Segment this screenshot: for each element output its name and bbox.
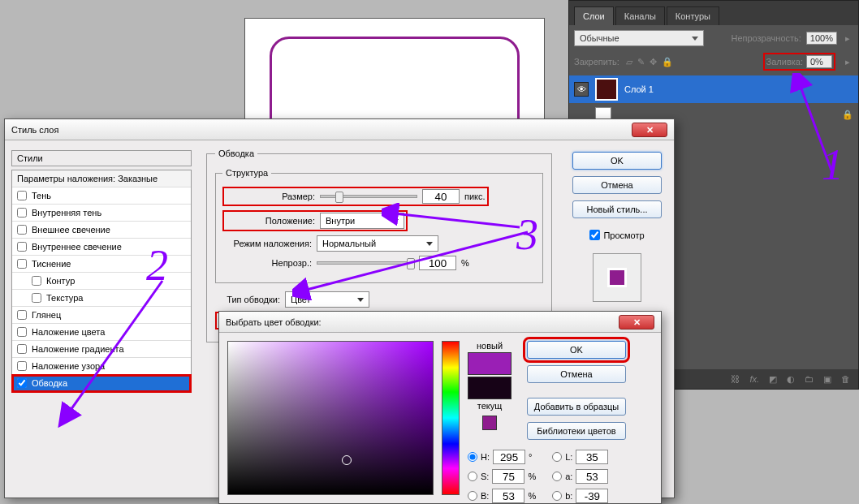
fill-value[interactable]: 0% — [806, 55, 832, 68]
layer-mask-icon[interactable]: ◩ — [769, 374, 777, 385]
checkbox[interactable] — [17, 327, 27, 337]
hue-slider[interactable] — [442, 341, 460, 495]
h-radio[interactable] — [468, 452, 477, 462]
cancel-button[interactable]: Отмена — [572, 176, 662, 194]
structure-fieldset: Структура Размер: пикс. Положение: — [215, 168, 543, 283]
b-radio[interactable] — [468, 491, 477, 501]
ok-button[interactable]: OK — [527, 341, 626, 359]
effect-color-overlay[interactable]: Наложение цвета — [12, 324, 191, 341]
slider-handle-icon[interactable] — [407, 258, 415, 269]
effect-label: Текстура — [46, 293, 83, 303]
checkbox[interactable] — [17, 191, 27, 200]
layer-row-selected[interactable]: 👁 Слой 1 — [569, 75, 858, 103]
l-input[interactable] — [576, 450, 608, 464]
effect-satin[interactable]: Глянец — [12, 307, 191, 324]
stroke-opacity-slider[interactable] — [317, 261, 414, 265]
lock-icon: 🔒 — [842, 110, 853, 120]
new-style-button[interactable]: Новый стиль... — [572, 200, 662, 218]
h-input[interactable] — [493, 450, 525, 464]
h-field-row: H:° — [468, 450, 536, 464]
color-libs-button[interactable]: Библиотеки цветов — [527, 422, 626, 440]
preview-swatch-icon — [610, 270, 624, 285]
ok-button[interactable]: OK — [572, 152, 662, 170]
b-input[interactable] — [492, 489, 524, 503]
effect-texture[interactable]: Текстура — [12, 290, 191, 307]
a-radio[interactable] — [552, 472, 562, 481]
stroke-opacity-unit: % — [461, 258, 469, 268]
blend-label: Режим наложения: — [222, 239, 312, 248]
preview-checkbox-group[interactable]: Просмотр — [589, 230, 644, 240]
stroke-type-dropdown[interactable]: Цвет — [285, 291, 369, 308]
stroke-type-value: Цвет — [291, 295, 311, 304]
lock-position-icon[interactable]: ✥ — [650, 57, 657, 67]
layer-style-titlebar[interactable]: Стиль слоя ✕ — [5, 119, 674, 140]
group-icon[interactable]: 🗀 — [805, 374, 814, 384]
current-color-swatch[interactable] — [468, 377, 512, 399]
lab-b-input[interactable] — [576, 489, 608, 503]
checkbox[interactable] — [17, 225, 27, 235]
checkbox[interactable] — [32, 276, 41, 286]
close-button[interactable]: ✕ — [619, 315, 654, 330]
lock-pixels-icon[interactable]: ✎ — [637, 57, 645, 67]
s-input[interactable] — [492, 469, 524, 484]
checkbox[interactable] — [17, 344, 27, 354]
layer-visibility-icon[interactable]: 👁 — [574, 82, 589, 97]
opacity-value[interactable]: 100% — [806, 32, 837, 45]
layer-name[interactable]: Слой 1 — [624, 84, 654, 94]
color-picker-titlebar[interactable]: Выбрать цвет обводки: ✕ — [219, 312, 661, 333]
effect-gradient-overlay[interactable]: Наложение градиента — [12, 341, 191, 358]
annotation-3: 3 — [516, 209, 538, 260]
size-group-highlight: Размер: пикс. — [222, 187, 489, 206]
checkbox[interactable] — [17, 310, 27, 320]
blend-mode-dropdown[interactable]: Обычные — [574, 30, 704, 46]
checkbox[interactable] — [17, 378, 27, 388]
blend-dropdown[interactable]: Нормальный — [317, 235, 438, 252]
blending-options-item[interactable]: Параметры наложения: Заказные — [12, 170, 191, 187]
close-button[interactable]: ✕ — [632, 123, 667, 137]
lock-transparency-icon[interactable]: ▱ — [626, 57, 632, 67]
l-radio[interactable] — [552, 452, 562, 462]
color-picker-dialog: Выбрать цвет обводки: ✕ новый текущ OK О… — [218, 311, 662, 504]
layer-fx-icon[interactable]: fx. — [749, 374, 759, 384]
size-slider[interactable] — [320, 195, 417, 198]
checkbox[interactable] — [17, 208, 27, 218]
tab-channels[interactable]: Каналы — [615, 6, 665, 25]
checkbox[interactable] — [32, 293, 41, 303]
effect-drop-shadow[interactable]: Тень — [12, 187, 191, 205]
new-layer-icon[interactable]: ▣ — [823, 374, 831, 385]
lab-b-radio[interactable] — [552, 491, 562, 501]
tab-paths[interactable]: Контуры — [667, 6, 719, 25]
fill-flyout-icon[interactable]: ▸ — [842, 57, 853, 67]
link-layers-icon[interactable]: ⛓ — [731, 374, 740, 384]
checkbox[interactable] — [17, 259, 27, 269]
effect-label: Тень — [32, 191, 51, 200]
effect-label: Внутреннее свечение — [32, 242, 122, 252]
color-field[interactable] — [227, 341, 434, 495]
position-dropdown[interactable]: Внутри — [320, 213, 404, 229]
effect-inner-shadow[interactable]: Внутренняя тень — [12, 205, 191, 222]
s-radio[interactable] — [468, 472, 477, 481]
styles-heading[interactable]: Стили — [11, 150, 192, 166]
tab-layers[interactable]: Слои — [574, 6, 614, 25]
checkbox[interactable] — [17, 361, 27, 371]
preview-checkbox[interactable] — [589, 230, 600, 240]
color-field-picker-icon[interactable] — [342, 455, 352, 465]
effect-stroke[interactable]: Обводка — [12, 375, 191, 392]
layer-thumbnail[interactable] — [595, 78, 618, 101]
websafe-swatch[interactable] — [482, 416, 497, 430]
delete-layer-icon[interactable]: 🗑 — [841, 374, 850, 384]
checkbox[interactable] — [17, 242, 27, 252]
effect-pattern-overlay[interactable]: Наложение узора — [12, 358, 191, 375]
add-swatch-button[interactable]: Добавить в образцы — [527, 398, 626, 416]
size-input[interactable] — [422, 189, 460, 204]
new-color-swatch[interactable] — [468, 352, 512, 375]
color-picker-title: Выбрать цвет обводки: — [226, 317, 322, 327]
adjustment-layer-icon[interactable]: ◐ — [787, 374, 795, 385]
opacity-flyout-icon[interactable]: ▸ — [842, 33, 853, 44]
lock-all-icon[interactable]: 🔒 — [662, 57, 673, 67]
slider-handle-icon[interactable] — [335, 192, 343, 203]
a-input[interactable] — [576, 469, 608, 484]
effect-outer-glow[interactable]: Внешнее свечение — [12, 222, 191, 239]
cancel-button[interactable]: Отмена — [527, 365, 626, 383]
stroke-opacity-input[interactable] — [419, 256, 456, 270]
